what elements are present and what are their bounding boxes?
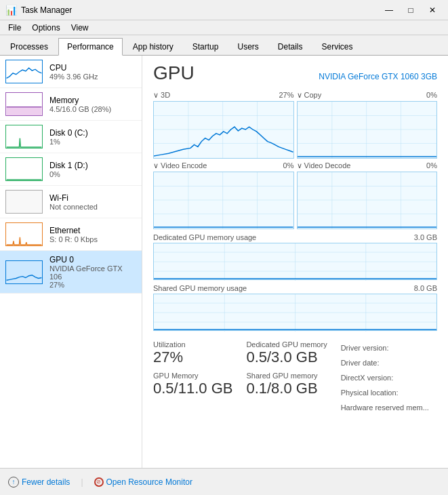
- sidebar-item-wifi[interactable]: Wi-Fi Not connected: [0, 186, 142, 218]
- tab-startup[interactable]: Startup: [184, 38, 228, 55]
- chart-encode-label: ∨ Video Encode 0%: [153, 161, 294, 170]
- wifi-info: Wi-Fi Not connected: [49, 193, 98, 211]
- chart-decode-label: ∨ Video Decode 0%: [297, 161, 438, 170]
- resource-monitor-icon: ⊘: [94, 477, 104, 487]
- gpu0-sparkline: [5, 260, 43, 284]
- charts-row-1: ∨ 3D 27%: [153, 91, 437, 159]
- disk0-label: Disk 0 (C:): [49, 128, 88, 138]
- ethernet-detail: S: 0 R: 0 Kbps: [49, 235, 98, 243]
- charts-row-2: ∨ Video Encode 0%: [153, 161, 437, 229]
- physical-location-label: Physical location:: [341, 385, 429, 400]
- bottom-bar: ↑ Fewer details | ⊘ Open Resource Monito…: [0, 468, 448, 495]
- memory-info: Memory 4.5/16.0 GB (28%): [49, 96, 111, 113]
- fewer-details-link[interactable]: ↑ Fewer details: [8, 477, 70, 488]
- chart-decode-box: [297, 172, 438, 229]
- dedicated-memory-title: Dedicated GPU memory usage: [153, 233, 256, 241]
- tab-processes[interactable]: Processes: [1, 38, 57, 55]
- sidebar-item-disk1[interactable]: Disk 1 (D:) 0%: [0, 153, 142, 186]
- wifi-label: Wi-Fi: [49, 193, 98, 203]
- cpu-label: CPU: [49, 63, 98, 73]
- disk1-label: Disk 1 (D:): [49, 161, 88, 170]
- minimize-button[interactable]: —: [379, 3, 399, 17]
- sidebar-item-memory[interactable]: Memory 4.5/16.0 GB (28%): [0, 88, 142, 121]
- shared-memory-value: 8.0 GB: [414, 284, 437, 292]
- tab-users[interactable]: Users: [228, 38, 267, 55]
- open-resource-monitor-link[interactable]: ⊘ Open Resource Monitor: [94, 477, 192, 487]
- disk1-info: Disk 1 (D:) 0%: [49, 161, 88, 178]
- chart-copy-box: [297, 101, 438, 159]
- chart-copy-label: ∨ Copy 0%: [297, 91, 438, 100]
- gpu0-usage: 27%: [49, 281, 136, 289]
- shared-memory-stat-value: 0.1/8.0 GB: [246, 380, 327, 397]
- gpu0-model: NVIDIA GeForce GTX 106: [49, 264, 136, 281]
- utilization-label: Utilization: [153, 340, 232, 349]
- driver-date-label: Driver date:: [341, 355, 429, 370]
- menu-file[interactable]: File: [3, 22, 26, 34]
- sidebar-item-gpu0[interactable]: GPU 0 NVIDIA GeForce GTX 106 27%: [0, 251, 142, 294]
- memory-sparkline: [5, 92, 43, 116]
- tab-bar: Processes Performance App history Startu…: [0, 35, 448, 56]
- sidebar-item-cpu[interactable]: CPU 49% 3.96 GHz: [0, 56, 142, 88]
- chart-decode-value: 0%: [426, 161, 437, 170]
- chart-copy: ∨ Copy 0%: [297, 91, 438, 159]
- main-content: CPU 49% 3.96 GHz Memory 4.5/16.0 GB (28%…: [0, 56, 448, 468]
- chart-3d-box: [153, 101, 294, 159]
- close-button[interactable]: ✕: [422, 3, 443, 17]
- disk1-sparkline: [5, 157, 43, 181]
- chart-encode-box: [153, 172, 294, 229]
- dedicated-memory-chart: [153, 243, 437, 280]
- dedicated-memory-stat-label: Dedicated GPU memory: [246, 340, 327, 349]
- disk0-info: Disk 0 (C:) 1%: [49, 128, 88, 146]
- window-title: Task Manager: [21, 5, 379, 15]
- gpu-memory-value: 0.5/11.0 GB: [153, 380, 232, 397]
- hardware-reserved-label: Hardware reserved mem...: [341, 400, 429, 415]
- menu-bar: File Options View: [0, 20, 448, 35]
- chart-video-encode: ∨ Video Encode 0%: [153, 161, 294, 229]
- tab-app-history[interactable]: App history: [124, 38, 182, 55]
- chart-3d-title: ∨ 3D: [153, 91, 170, 100]
- stats-middle: Dedicated GPU memory 0.5/3.0 GB Shared G…: [246, 340, 327, 415]
- sidebar-item-disk0[interactable]: Disk 0 (C:) 1%: [0, 121, 142, 153]
- dedicated-gpu-memory-section: Dedicated GPU memory usage 3.0 GB: [153, 233, 437, 280]
- tab-services[interactable]: Services: [313, 38, 362, 55]
- disk1-detail: 0%: [49, 170, 88, 178]
- cpu-sparkline: [5, 60, 43, 83]
- utilization-stat: Utilization 27%: [153, 340, 232, 366]
- gpu-title: GPU: [153, 62, 195, 84]
- tab-performance[interactable]: Performance: [58, 38, 123, 56]
- directx-version-label: DirectX version:: [341, 370, 429, 385]
- chart-3d-label: ∨ 3D 27%: [153, 91, 294, 100]
- memory-label: Memory: [49, 96, 111, 105]
- dedicated-memory-value: 3.0 GB: [414, 233, 437, 241]
- chart-3d: ∨ 3D 27%: [153, 91, 294, 159]
- window-controls: — □ ✕: [379, 3, 443, 17]
- sidebar: CPU 49% 3.96 GHz Memory 4.5/16.0 GB (28%…: [0, 56, 142, 468]
- disk0-sparkline: [5, 125, 43, 148]
- tab-details[interactable]: Details: [269, 38, 312, 55]
- gpu-header: GPU NVIDIA GeForce GTX 1060 3GB: [153, 62, 437, 84]
- shared-memory-title: Shared GPU memory usage: [153, 284, 247, 292]
- dedicated-memory-label: Dedicated GPU memory usage 3.0 GB: [153, 233, 437, 241]
- gpu-model: NVIDIA GeForce GTX 1060 3GB: [319, 72, 437, 81]
- dedicated-memory-stat: Dedicated GPU memory 0.5/3.0 GB: [246, 340, 327, 366]
- stats-right: Driver version: Driver date: DirectX ver…: [341, 340, 429, 415]
- chart-copy-value: 0%: [426, 91, 437, 100]
- chart-3d-value: 27%: [279, 91, 293, 100]
- chart-encode-title: ∨ Video Encode: [153, 161, 207, 170]
- open-resource-monitor-label: Open Resource Monitor: [106, 477, 192, 487]
- cpu-detail: 49% 3.96 GHz: [49, 73, 98, 81]
- shared-memory-label: Shared GPU memory usage 8.0 GB: [153, 284, 437, 292]
- sidebar-item-ethernet[interactable]: Ethernet S: 0 R: 0 Kbps: [0, 218, 142, 251]
- maximize-button[interactable]: □: [401, 3, 421, 17]
- menu-options[interactable]: Options: [26, 22, 65, 34]
- chart-decode-title: ∨ Video Decode: [297, 161, 351, 170]
- menu-view[interactable]: View: [66, 22, 94, 34]
- shared-memory-stat: Shared GPU memory 0.1/8.0 GB: [246, 372, 327, 397]
- utilization-value: 27%: [153, 349, 232, 366]
- svg-rect-0: [7, 107, 42, 115]
- gpu-memory-label: GPU Memory: [153, 372, 232, 380]
- shared-memory-chart: [153, 294, 437, 331]
- ethernet-sparkline: [5, 222, 43, 246]
- chart-encode-value: 0%: [283, 161, 294, 170]
- chart-video-decode: ∨ Video Decode 0%: [297, 161, 438, 229]
